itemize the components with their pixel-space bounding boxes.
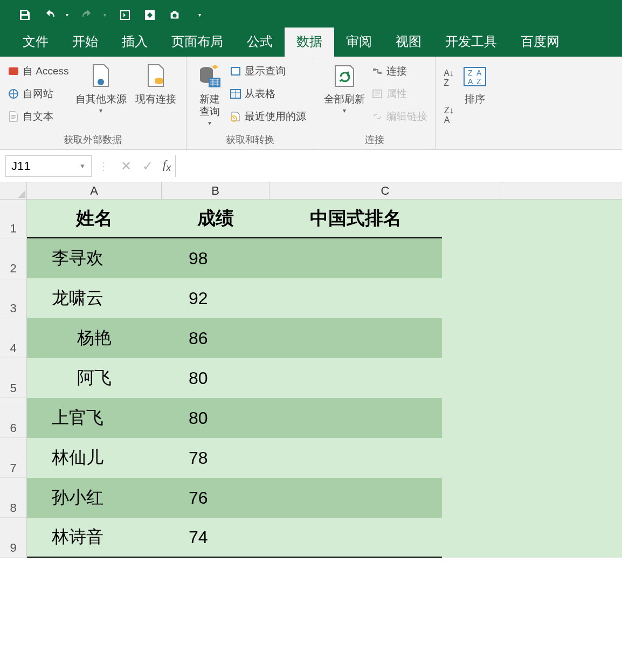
text-file-icon xyxy=(8,111,19,122)
edit-links-button[interactable]: 编辑链接 xyxy=(369,106,430,127)
new-query-button[interactable]: 新建 查询 ▾ xyxy=(192,61,227,131)
row-header-1[interactable]: 1 xyxy=(0,200,26,238)
tab-insert[interactable]: 插入 xyxy=(110,28,160,57)
cell-score[interactable]: 80 xyxy=(162,368,269,388)
name-box[interactable]: J11 ▼ xyxy=(5,155,92,177)
quick-access-toolbar: ▾ ▾ ▾ xyxy=(0,0,622,30)
ribbon-group-label xyxy=(441,133,493,149)
recent-sources-icon xyxy=(230,111,241,122)
row-headers: 1 2 3 4 5 6 7 8 9 xyxy=(0,200,27,558)
properties-icon xyxy=(371,88,383,100)
connections-icon xyxy=(371,65,383,77)
cell-name[interactable]: 林仙儿 xyxy=(27,446,162,470)
undo-icon[interactable] xyxy=(41,6,58,24)
cell-name[interactable]: 杨艳 xyxy=(27,326,162,350)
table-row: 林诗音 74 xyxy=(27,518,442,558)
cell-score[interactable]: 98 xyxy=(162,249,269,269)
cell-score[interactable]: 92 xyxy=(162,289,269,308)
touch-mode-icon[interactable] xyxy=(116,6,134,24)
properties-button[interactable]: 属性 xyxy=(369,84,430,104)
from-table-button[interactable]: 从表格 xyxy=(227,84,308,104)
qat-customize-icon[interactable]: ▾ xyxy=(198,12,204,18)
tab-file[interactable]: 文件 xyxy=(11,28,60,57)
cell-score[interactable]: 76 xyxy=(162,488,269,508)
row-header-4[interactable]: 4 xyxy=(0,318,26,358)
existing-connections-icon xyxy=(142,63,169,90)
tab-view[interactable]: 视图 xyxy=(384,28,433,57)
enter-formula-icon[interactable]: ✓ xyxy=(137,159,158,174)
cell-name[interactable]: 李寻欢 xyxy=(27,246,162,270)
ribbon-group-label: 获取外部数据 xyxy=(5,131,181,149)
redo-icon[interactable] xyxy=(79,6,96,24)
connections-button[interactable]: 连接 xyxy=(369,61,430,81)
refresh-all-button[interactable]: 全部刷新 ▾ xyxy=(320,61,369,131)
cell-score[interactable]: 78 xyxy=(162,448,269,468)
from-table-label: 从表格 xyxy=(245,87,275,101)
tab-home[interactable]: 开始 xyxy=(60,28,110,57)
redo-dropdown-icon[interactable]: ▾ xyxy=(103,12,109,18)
row-header-9[interactable]: 9 xyxy=(0,518,26,558)
cell-name[interactable]: 上官飞 xyxy=(27,406,162,430)
cell-name[interactable]: 孙小红 xyxy=(27,486,162,510)
access-icon xyxy=(8,65,19,77)
ribbon-group-connections: 全部刷新 ▾ 连接 属性 编辑链接 连接 xyxy=(314,57,436,149)
cell-name[interactable]: 林诗音 xyxy=(27,525,162,549)
from-access-button[interactable]: 自 Access xyxy=(5,61,71,81)
sort-asc-button[interactable]: A↓Z xyxy=(441,69,457,87)
show-queries-button[interactable]: 显示查询 xyxy=(227,61,308,81)
row-header-2[interactable]: 2 xyxy=(0,238,26,278)
from-other-sources-button[interactable]: 自其他来源 ▾ xyxy=(71,61,131,131)
sort-desc-button[interactable]: Z↓A xyxy=(441,106,457,125)
chevron-down-icon: ▾ xyxy=(343,107,346,114)
cell-score[interactable]: 74 xyxy=(162,527,269,547)
sheet-area[interactable]: 姓名 成绩 中国式排名 李寻欢 98 龙啸云 92 杨艳 86 阿飞 80 xyxy=(27,200,622,558)
tab-data[interactable]: 数据 xyxy=(285,28,334,57)
row-header-6[interactable]: 6 xyxy=(0,398,26,438)
cell-score[interactable]: 80 xyxy=(162,408,269,428)
ribbon-group-external-data: 自 Access 自网站 自文本 自其他来源 ▾ xyxy=(0,57,186,149)
fx-icon[interactable]: fx xyxy=(163,157,171,174)
tab-baidu[interactable]: 百度网 xyxy=(509,28,571,57)
formula-input[interactable] xyxy=(175,155,617,177)
tab-review[interactable]: 审阅 xyxy=(334,28,384,57)
select-all-corner[interactable] xyxy=(0,182,27,200)
svg-rect-8 xyxy=(209,78,220,87)
ribbon-group-sort: A↓Z Z↓A ZAAZ 排序 xyxy=(436,57,498,149)
svg-text:Z: Z xyxy=(468,68,473,77)
save-icon[interactable] xyxy=(16,6,33,24)
table-row: 上官飞 80 xyxy=(27,398,442,438)
row-header-5[interactable]: 5 xyxy=(0,358,26,398)
row-header-3[interactable]: 3 xyxy=(0,278,26,318)
tab-pagelayout[interactable]: 页面布局 xyxy=(160,28,235,57)
col-header-C[interactable]: C xyxy=(269,182,501,199)
undo-dropdown-icon[interactable]: ▾ xyxy=(66,12,71,18)
row-header-7[interactable]: 7 xyxy=(0,438,26,478)
row-header-8[interactable]: 8 xyxy=(0,478,26,518)
cell-score[interactable]: 86 xyxy=(162,328,269,348)
col-header-A[interactable]: A xyxy=(27,182,162,199)
from-web-button[interactable]: 自网站 xyxy=(5,84,71,104)
cancel-formula-icon[interactable]: ✕ xyxy=(115,159,137,174)
chevron-down-icon[interactable]: ▼ xyxy=(79,162,86,170)
col-header-B[interactable]: B xyxy=(162,182,269,199)
header-rank[interactable]: 中国式排名 xyxy=(269,200,442,237)
from-table-icon xyxy=(230,88,241,100)
header-name[interactable]: 姓名 xyxy=(27,200,162,237)
recent-sources-button[interactable]: 最近使用的源 xyxy=(227,106,308,127)
sort-button[interactable]: ZAAZ 排序 xyxy=(457,61,493,133)
table-row: 龙啸云 92 xyxy=(27,278,442,318)
camera-icon[interactable] xyxy=(166,6,183,24)
other-sources-icon xyxy=(87,63,114,90)
cell-name[interactable]: 龙啸云 xyxy=(27,286,162,310)
cell-name[interactable]: 阿飞 xyxy=(27,366,162,390)
existing-connections-label: 现有连接 xyxy=(135,93,176,106)
tab-developer[interactable]: 开发工具 xyxy=(433,28,509,57)
existing-connections-button[interactable]: 现有连接 xyxy=(131,61,181,131)
formula-bar: J11 ▼ ⋮ ✕ ✓ fx xyxy=(0,150,622,182)
table-header-row: 姓名 成绩 中国式排名 xyxy=(27,200,442,238)
web-icon xyxy=(8,88,19,100)
addin-icon[interactable] xyxy=(141,6,158,24)
tab-formulas[interactable]: 公式 xyxy=(235,28,285,57)
from-text-button[interactable]: 自文本 xyxy=(5,106,71,127)
header-score[interactable]: 成绩 xyxy=(162,200,269,237)
